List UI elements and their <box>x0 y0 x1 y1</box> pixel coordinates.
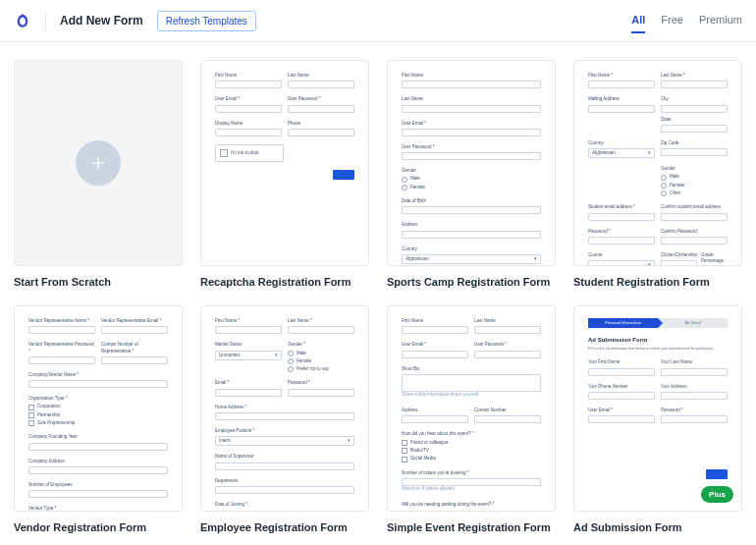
field-label: Your Phone Number <box>588 384 655 390</box>
textarea <box>402 374 541 392</box>
checkbox-option: Partnership <box>28 412 168 418</box>
field-label: Gender <box>402 168 541 174</box>
card-vendor-registration[interactable]: Vendor Representative Name * Vendor Repr… <box>14 305 183 512</box>
text-input <box>402 351 468 358</box>
text-input <box>215 463 354 470</box>
field-hint: Share a little information about yoursel… <box>402 392 541 398</box>
field-label: Your Address <box>661 384 728 390</box>
select-input: Unmarried <box>215 351 282 360</box>
field-label: Last Name <box>474 318 541 324</box>
select-input: Afghanistan <box>588 148 655 158</box>
field-label: Name of Supervisor <box>215 454 354 460</box>
field-label: Password * <box>288 380 354 386</box>
field-label: State <box>661 117 728 123</box>
text-input <box>402 129 541 136</box>
text-input <box>402 81 541 88</box>
checkbox-option: Social Media <box>402 456 541 462</box>
field-label: Vendor Representative Password * <box>28 342 95 354</box>
card-start-from-scratch[interactable] <box>14 60 183 266</box>
checkbox-option: Sole Proprietorship <box>28 420 168 426</box>
radio-option: Male <box>661 174 728 180</box>
card-recaptcha-registration[interactable]: First Name Last Name User Email * User P… <box>200 60 369 266</box>
divider <box>45 11 46 30</box>
card-event-registration[interactable]: First Name Last Name User Email * User P… <box>387 305 556 512</box>
field-label: Phone <box>288 121 354 127</box>
field-label: Email * <box>215 380 282 386</box>
step-inactive: Ad Detail <box>658 318 728 328</box>
refresh-templates-button[interactable]: Refresh Templates <box>157 11 256 31</box>
field-label: Your Last Name <box>661 359 728 365</box>
radio-option: Prefer not to say <box>288 366 354 372</box>
field-label: First Name <box>215 73 282 79</box>
radio-option: Female <box>661 183 728 189</box>
text-input <box>28 466 168 474</box>
app-logo <box>14 12 31 29</box>
field-label: Mailing Address <box>588 96 655 102</box>
text-input <box>402 231 541 239</box>
filter-tabs: All Free Premium <box>631 8 742 33</box>
checkbox-option: Corporation <box>28 404 168 409</box>
card-label: Recaptcha Registration Form <box>200 276 369 288</box>
tab-free[interactable]: Free <box>661 8 683 33</box>
checkbox-option: Friend or colleague <box>402 440 541 446</box>
field-label: Gender <box>661 166 728 172</box>
text-input <box>402 206 541 214</box>
plus-badge: Plus <box>701 486 733 503</box>
text-input <box>661 81 728 88</box>
text-input <box>661 415 728 423</box>
field-label: Zip Code <box>661 140 728 146</box>
field-label: Employee Position * <box>215 428 354 434</box>
field-label: Your First Name <box>588 359 655 365</box>
text-input <box>215 412 354 420</box>
text-input <box>661 392 728 400</box>
radio-option: Male <box>288 351 354 356</box>
text-input <box>288 105 354 113</box>
card-label: Sports Camp Registration Form <box>387 276 556 288</box>
field-label: How did you hear about this event? * <box>402 431 541 437</box>
card-student-registration[interactable]: First Name * Last Name * Mailing Address… <box>573 60 742 266</box>
text-input <box>661 125 728 133</box>
text-input <box>28 490 168 498</box>
field-label: User Email * <box>402 121 541 127</box>
text-input <box>474 351 541 358</box>
field-label: User Password * <box>288 96 354 102</box>
card-sports-camp-registration[interactable]: First Name Last Name User Email * User P… <box>387 60 556 266</box>
field-label: Student email address * <box>588 204 655 210</box>
field-label: Company/Vendor Name * <box>28 372 168 378</box>
text-input <box>588 105 655 113</box>
field-label: First Name <box>402 318 468 324</box>
card-label: Simple Event Registration Form <box>387 521 556 533</box>
text-input <box>215 326 282 334</box>
field-label: Company Founding Year <box>28 434 168 440</box>
field-label: City <box>661 96 728 102</box>
select-input <box>588 260 655 266</box>
text-input <box>28 443 168 451</box>
field-label: First Name * <box>215 318 282 324</box>
field-label: Vendor Representative Name * <box>28 318 95 324</box>
tab-all[interactable]: All <box>631 8 645 33</box>
field-label: Course <box>588 252 655 258</box>
field-label: User Email * <box>215 96 282 102</box>
field-label: User Email * <box>402 342 468 348</box>
checkbox-option: Radio/TV <box>402 448 541 454</box>
card-ad-submission[interactable]: Personal Information Ad Detail Ad Submis… <box>573 305 742 512</box>
field-label: Display Name <box>215 121 282 127</box>
captcha-label: I'm not a robot <box>231 150 259 156</box>
text-input <box>215 486 354 494</box>
field-label: Vendor Representative Email * <box>101 318 168 324</box>
field-label: User Email * <box>588 408 655 413</box>
field-label: Short Bio <box>402 366 541 372</box>
field-label: Will you be needing parking during the e… <box>402 502 541 508</box>
text-input <box>588 392 655 400</box>
plus-icon <box>76 140 121 186</box>
field-label: Home Address * <box>215 405 354 410</box>
text-input <box>288 81 354 88</box>
select-input: Intern <box>215 436 354 446</box>
tab-premium[interactable]: Premium <box>699 8 742 33</box>
field-label: Gender * <box>288 342 354 348</box>
text-input <box>588 415 655 423</box>
text-input <box>588 237 655 245</box>
card-employee-registration[interactable]: First Name * Last Name * Marital StatusU… <box>200 305 369 512</box>
radio-option: Female <box>288 358 354 364</box>
text-input <box>661 148 728 156</box>
